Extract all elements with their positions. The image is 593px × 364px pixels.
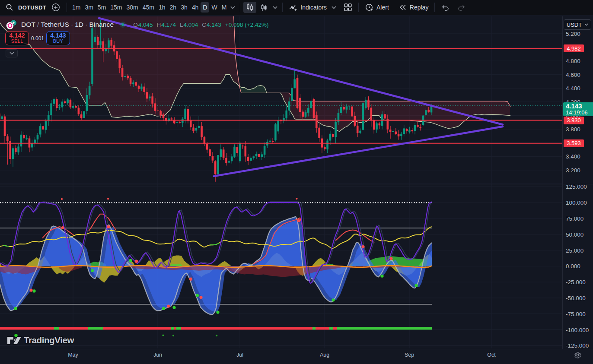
tradingview-logo-icon xyxy=(7,334,21,344)
signal-dot-red xyxy=(297,219,300,222)
chart-style-alt-icon[interactable] xyxy=(256,2,271,13)
layout-grid-icon[interactable] xyxy=(341,2,355,13)
timeframe-button-1h[interactable]: 1h xyxy=(156,2,168,13)
timeframe-button-45m[interactable]: 45m xyxy=(140,2,156,13)
timeframe-button-M[interactable]: M xyxy=(220,2,229,13)
candle-body xyxy=(392,131,394,132)
replay-button[interactable]: Replay xyxy=(395,2,432,13)
time-axis[interactable]: MayJunJulAugSepOct xyxy=(0,349,593,364)
timeframe-button-5m[interactable]: 5m xyxy=(96,2,108,13)
candle-body xyxy=(78,108,80,114)
candle-body xyxy=(179,122,181,123)
candle-body xyxy=(31,143,33,148)
chart-legend[interactable]: DOT/TetherUS·1D·Binance O4.045 H4.174 L4… xyxy=(5,20,268,29)
sell-label: SELL xyxy=(11,39,23,44)
chart-style-candles-icon[interactable] xyxy=(243,2,256,13)
indicator-tick: 0.000 xyxy=(566,263,580,269)
candle-body xyxy=(419,127,421,128)
candle-body xyxy=(124,76,126,77)
candle-body xyxy=(83,111,85,118)
candle-body xyxy=(209,149,211,156)
candle-body xyxy=(403,128,405,134)
market-status-dot[interactable] xyxy=(120,22,126,28)
currency-button[interactable]: USDT xyxy=(564,19,591,30)
signal-dot-green xyxy=(172,306,175,309)
candle-body xyxy=(116,51,118,59)
candle-body xyxy=(195,128,198,130)
toolbar-separator xyxy=(240,3,240,12)
buy-price: 4.143 xyxy=(50,32,66,39)
signal-dot-green xyxy=(14,307,17,310)
toolbar-separator xyxy=(358,3,359,12)
candle-body xyxy=(198,126,200,128)
signal-dot-small_red xyxy=(61,198,63,200)
timeframe-button-3m[interactable]: 3m xyxy=(83,2,95,13)
timeframe-button-3h[interactable]: 3h xyxy=(179,2,190,13)
candle-body xyxy=(67,99,69,103)
candle-body xyxy=(343,107,345,110)
candle-body xyxy=(326,141,328,149)
candle-body xyxy=(354,116,356,126)
candle-body xyxy=(272,141,274,142)
trend-strip-segment xyxy=(59,327,88,330)
add-symbol-icon[interactable] xyxy=(48,2,64,13)
undo-icon[interactable] xyxy=(438,2,453,13)
timeframe-chevron-icon[interactable] xyxy=(229,2,237,13)
candle-body xyxy=(231,156,233,161)
alert-label: Alert xyxy=(376,4,389,11)
trend-strip-segment xyxy=(329,327,333,330)
collapse-panel-button[interactable] xyxy=(6,49,18,57)
candle-body xyxy=(143,87,145,92)
search-icon[interactable] xyxy=(3,2,16,13)
price-axis[interactable]: 5.2004.8004.6004.4004.2004.0003.8003.400… xyxy=(562,16,593,349)
candle-body xyxy=(313,99,315,118)
chart-canvas[interactable] xyxy=(0,0,593,364)
timeframe-button-4h[interactable]: 4h xyxy=(190,2,201,13)
candle-body xyxy=(20,135,22,146)
buy-button[interactable]: 4.143 BUY xyxy=(46,31,70,45)
candle-body xyxy=(359,131,361,133)
timeframe-button-W[interactable]: W xyxy=(209,2,219,13)
candle-body xyxy=(102,41,104,51)
spread-value: 0.001 xyxy=(29,35,46,41)
candle-body xyxy=(206,144,208,150)
candle-body xyxy=(305,112,307,117)
timeframe-button-30m[interactable]: 30m xyxy=(124,2,140,13)
candle-body xyxy=(70,100,72,107)
high-label: H xyxy=(156,22,161,28)
signal-dot-green xyxy=(196,294,199,297)
symbol-search-button[interactable]: DOTUSDT xyxy=(16,2,48,13)
candle-body xyxy=(26,138,28,139)
indicators-chevron-icon[interactable] xyxy=(330,2,338,13)
candle-body xyxy=(176,122,178,123)
candle-body xyxy=(42,126,44,130)
timeframe-button-2h[interactable]: 2h xyxy=(168,2,179,13)
symbol-title[interactable]: DOT/TetherUS·1D·Binance xyxy=(21,21,114,28)
pair-logo xyxy=(5,19,18,30)
trend-strip-segment xyxy=(312,327,316,330)
settings-gear-icon[interactable] xyxy=(574,351,581,361)
sell-button[interactable]: 4.142 SELL xyxy=(5,31,29,45)
tradingview-watermark[interactable]: TradingView xyxy=(6,332,78,345)
top-toolbar: DOTUSDT 1m3m5m15m30m45m1h2h3h4hDWM xyxy=(0,0,593,15)
indicator-tick: -125.000 xyxy=(566,342,589,349)
redo-icon[interactable] xyxy=(454,2,469,13)
candle-body xyxy=(398,134,400,136)
replay-label: Replay xyxy=(410,4,429,11)
signal-dot-green xyxy=(129,259,132,262)
candle-body xyxy=(223,149,225,158)
signal-dot-tiny_green xyxy=(172,335,174,336)
candle-body xyxy=(291,88,293,101)
timeframe-button-15m[interactable]: 15m xyxy=(108,2,124,13)
timeframe-button-1m[interactable]: 1m xyxy=(70,2,83,13)
chart-style-chevron-icon[interactable] xyxy=(271,2,279,13)
indicators-button[interactable]: Indicators xyxy=(286,2,330,13)
candle-body xyxy=(97,37,99,45)
ohlc-values: O4.045 H4.174 L4.004 C4.143 +0.098 (+2.4… xyxy=(129,22,268,28)
timeframe-button-D[interactable]: D xyxy=(201,2,209,13)
candle-body xyxy=(299,98,301,112)
candle-body xyxy=(118,59,121,68)
level-price-label: 3.930 xyxy=(564,117,584,124)
alert-button[interactable]: Alert xyxy=(362,2,392,13)
signal-dot-red xyxy=(29,288,32,291)
